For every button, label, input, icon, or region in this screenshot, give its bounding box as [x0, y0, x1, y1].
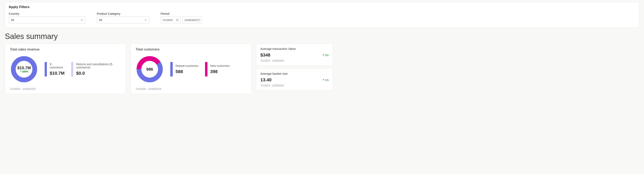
- customers-total: 986: [146, 67, 153, 72]
- revenue-delta-value: 165%: [22, 70, 28, 73]
- page-title: Sales summary: [5, 32, 639, 41]
- avg-basket-delta: 1%: [322, 79, 329, 82]
- filter-country-label: Country: [9, 12, 86, 15]
- customers-bar-new: [205, 62, 208, 76]
- trend-up-icon: [322, 79, 324, 81]
- avg-transaction-value: $348: [260, 52, 270, 58]
- customers-card: Total customers 986 Repeat customers 588: [130, 44, 252, 94]
- revenue-metric-text-1: Returns and cancellations (E-commerce) $…: [76, 63, 121, 76]
- avg-transaction-row: $348 3%: [260, 52, 329, 58]
- summary-row: Total sales revenue $10.7M 165% E-commer…: [5, 44, 639, 94]
- calendar-icon: [198, 19, 200, 21]
- revenue-metric-returns: Returns and cancellations (E-commerce) $…: [68, 62, 121, 76]
- avg-basket-title: Average basket size: [260, 72, 329, 75]
- trend-up-icon: [322, 54, 324, 56]
- avg-basket-value: 13.40: [260, 77, 272, 83]
- trend-up-icon: [20, 71, 22, 72]
- country-select-value: All: [11, 18, 14, 22]
- customers-content-row: 986 Repeat customers 588 New customers 3…: [136, 55, 247, 83]
- revenue-card: Total sales revenue $10.7M 165% E-commer…: [5, 44, 126, 94]
- revenue-donut: $10.7M 165%: [10, 55, 38, 83]
- period-start-input[interactable]: 7/1/2023: [160, 16, 180, 23]
- filters-title: Apply Filters: [9, 5, 635, 9]
- svg-rect-0: [176, 19, 178, 21]
- avg-basket-card: Average basket size 13.40 1% 7/1/2023 - …: [256, 68, 333, 90]
- customers-donut: 986: [136, 55, 164, 83]
- revenue-total: $10.7M: [17, 66, 31, 70]
- customers-metric-value-1: 398: [210, 69, 230, 74]
- category-select[interactable]: All: [97, 16, 149, 23]
- revenue-metric-ecommerce: E-commerce $10.7M: [42, 62, 65, 76]
- customers-metric-repeat: Repeat customers 588: [168, 62, 198, 76]
- filter-category-label: Product Category: [97, 12, 149, 15]
- revenue-metric-label-1: Returns and cancellations (E-commerce): [76, 63, 121, 69]
- period-end-value: 12/30/2023: [184, 18, 197, 22]
- revenue-delta: 165%: [20, 70, 28, 73]
- customers-metric-value-0: 588: [176, 69, 198, 74]
- customers-date-range: 7/1/2023 - 12/30/2023: [136, 87, 247, 90]
- customers-metric-new: New customers 398: [202, 62, 230, 76]
- revenue-metric-text-0: E-commerce $10.7M: [50, 63, 65, 76]
- category-select-value: All: [99, 18, 102, 22]
- avg-transaction-delta: 3%: [322, 54, 329, 57]
- filter-period: Period 7/1/2023 12/30/2023: [160, 12, 202, 23]
- revenue-donut-center: $10.7M 165%: [10, 55, 38, 83]
- avg-basket-delta-value: 1%: [325, 79, 329, 82]
- avg-transaction-title: Average transaction Value: [260, 47, 329, 50]
- revenue-bar-ecommerce: [45, 62, 47, 76]
- filter-category: Product Category All: [97, 12, 149, 23]
- customers-donut-center: 986: [136, 55, 164, 83]
- chevron-down-icon: [80, 18, 83, 21]
- customers-bar-repeat: [170, 62, 173, 76]
- avg-basket-row: 13.40 1%: [260, 77, 329, 83]
- period-inputs: 7/1/2023 12/30/2023: [160, 16, 202, 23]
- avg-transaction-delta-value: 3%: [325, 54, 329, 57]
- revenue-metric-value-1: $0.0: [76, 71, 121, 76]
- avg-transaction-date: 7/1/2023 - 12/30/2023: [260, 59, 329, 62]
- revenue-bar-returns: [71, 62, 73, 76]
- revenue-card-title: Total sales revenue: [10, 47, 121, 51]
- revenue-content-row: $10.7M 165% E-commerce $10.7M Returns an…: [10, 55, 121, 83]
- customers-card-title: Total customers: [136, 47, 247, 51]
- avg-transaction-card: Average transaction Value $348 3% 7/1/20…: [256, 44, 333, 66]
- small-card-stack: Average transaction Value $348 3% 7/1/20…: [256, 44, 333, 94]
- customers-metric-label-0: Repeat customers: [176, 64, 198, 67]
- calendar-icon: [176, 19, 178, 21]
- period-start-value: 7/1/2023: [162, 18, 173, 22]
- period-end-input[interactable]: 12/30/2023: [182, 16, 202, 23]
- filter-country: Country All: [9, 12, 86, 23]
- filter-period-label: Period: [160, 12, 202, 15]
- customers-metric-label-1: New customers: [210, 64, 230, 67]
- svg-rect-4: [198, 19, 200, 21]
- country-select[interactable]: All: [9, 16, 86, 23]
- avg-basket-date: 7/1/2023 - 12/30/2023: [260, 84, 329, 87]
- customers-metric-text-0: Repeat customers 588: [176, 64, 198, 74]
- filters-row: Country All Product Category All Period …: [9, 12, 635, 23]
- revenue-metric-value-0: $10.7M: [50, 71, 65, 76]
- revenue-date-range: 7/1/2023 - 12/30/2023: [10, 87, 121, 90]
- filters-card: Apply Filters Country All Product Catego…: [5, 2, 639, 28]
- revenue-metric-label-0: E-commerce: [50, 63, 65, 69]
- customers-metric-text-1: New customers 398: [210, 64, 230, 74]
- chevron-down-icon: [144, 18, 147, 21]
